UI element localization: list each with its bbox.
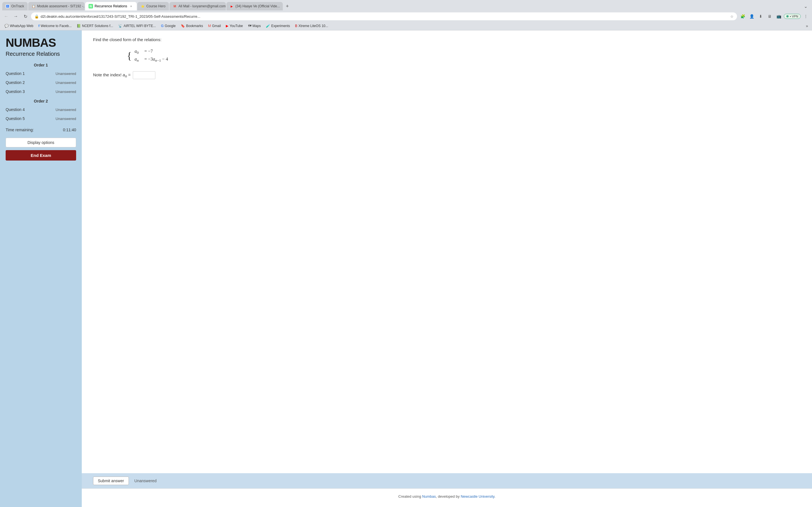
question1-status: Unanswered xyxy=(56,71,76,76)
tab-bar: 🅰 OnTrack 📋 Module assessment - SIT192 -… xyxy=(0,0,812,11)
bookmarks-more-button[interactable]: » xyxy=(804,23,810,29)
tab-label-recurrence: Recurrence Relations xyxy=(95,4,127,8)
answer-input[interactable] xyxy=(133,71,155,79)
submit-answer-button[interactable]: Submit answer xyxy=(93,476,129,485)
math-equations: a0 = −7 an = −3an−1 − 4 xyxy=(135,49,168,63)
sidebar-item-question2[interactable]: Question 2 Unanswered xyxy=(0,78,82,87)
question2-label: Question 2 xyxy=(6,80,25,85)
note-text: Note the index! an = xyxy=(93,72,131,78)
bookmark-whatsapp-label: WhatsApp Web xyxy=(10,24,33,28)
bookmark-maps-label: Maps xyxy=(253,24,261,28)
sidebar-item-question1[interactable]: Question 1 Unanswered xyxy=(0,69,82,78)
extensions-icon[interactable]: 🧩 xyxy=(739,12,747,20)
bookmark-maps[interactable]: 🗺 Maps xyxy=(246,23,263,29)
bookmarks-icon: 🔖 xyxy=(181,24,185,28)
bookmark-gmail-label: Gmail xyxy=(212,24,221,28)
question4-label: Question 4 xyxy=(6,107,25,112)
tab-favicon-gmail: M xyxy=(173,4,177,8)
tab-favicon-recurrence: N xyxy=(89,4,93,8)
bookmark-gmail[interactable]: M Gmail xyxy=(206,23,223,29)
youtube-icon: ▶ xyxy=(226,24,229,28)
tab-ontrack[interactable]: 🅰 OnTrack xyxy=(2,2,28,10)
tab-youtube[interactable]: ▶ (34) Haaye Ve (Official Vide... xyxy=(226,2,283,10)
profile-icon[interactable]: 👤 xyxy=(748,12,756,20)
time-remaining-value: 0:11:40 xyxy=(63,128,76,132)
bookmark-ncert[interactable]: 📗 NCERT Solutions f... xyxy=(74,23,115,29)
google-icon: G xyxy=(161,24,163,28)
gmail-icon: M xyxy=(208,24,211,28)
back-button[interactable]: ← xyxy=(2,12,10,20)
airtel-icon: 📡 xyxy=(118,24,122,28)
bookmark-ncert-label: NCERT Solutions f... xyxy=(82,24,113,28)
time-remaining-row: Time remaining: 0:11:40 xyxy=(0,123,82,135)
bookmark-whatsapp[interactable]: 💬 WhatsApp Web xyxy=(2,23,36,29)
sidebar-item-question3[interactable]: Question 3 Unanswered xyxy=(0,87,82,96)
xtreme-icon: B xyxy=(295,24,297,28)
footer-text-suffix: . xyxy=(495,494,496,499)
question3-label: Question 3 xyxy=(6,89,25,94)
question3-status: Unanswered xyxy=(56,90,76,94)
refresh-button[interactable]: ↻ xyxy=(21,12,29,20)
sidebar-buttons: Display options End Exam xyxy=(0,135,82,163)
vpn-dot xyxy=(786,15,789,17)
forward-button[interactable]: → xyxy=(12,12,20,20)
tab-module[interactable]: 📋 Module assessment - SIT192 -... xyxy=(28,2,85,10)
math-eq-a0: a0 = −7 xyxy=(135,49,168,55)
sidebar-header: NUMBAS Recurrence Relations xyxy=(0,31,82,60)
sidebar-title: Recurrence Relations xyxy=(6,51,76,57)
tab-close-recurrence[interactable]: × xyxy=(129,4,133,8)
bookmarks-bar: 💬 WhatsApp Web f Welcome to Faceb... 📗 N… xyxy=(0,22,812,31)
bookmark-google-label: Google xyxy=(165,24,175,28)
sidebar-item-question4[interactable]: Question 4 Unanswered xyxy=(0,105,82,114)
sidebar-section-order2: Order 2 xyxy=(0,96,82,105)
sidebar-item-question5[interactable]: Question 5 Unanswered xyxy=(0,114,82,123)
tab-label-ontrack: OnTrack xyxy=(11,4,24,8)
experiments-icon: 🧪 xyxy=(266,24,270,28)
bookmark-experiments-label: Experiments xyxy=(271,24,290,28)
math-an-label: an xyxy=(135,57,139,61)
bookmark-youtube[interactable]: ▶ YouTube xyxy=(223,23,245,29)
question1-label: Question 1 xyxy=(6,71,25,76)
bookmark-airtel[interactable]: 📡 AIRTEL WIFI BYTE... xyxy=(116,23,158,29)
ncert-icon: 📗 xyxy=(77,24,81,28)
cast-icon[interactable]: 📺 xyxy=(775,12,783,20)
menu-icon[interactable]: ⋮ xyxy=(802,12,810,20)
main-content: Find the closed form of the relations: {… xyxy=(82,31,812,507)
tab-add-button[interactable]: + xyxy=(283,2,291,10)
tab-coursehero[interactable]: ⭐ Course Hero xyxy=(137,2,169,10)
screen-icon[interactable]: 🖥 xyxy=(766,12,774,20)
vpn-badge[interactable]: • VPN xyxy=(784,14,801,19)
math-brace: { xyxy=(127,51,132,61)
footer-numbas-link[interactable]: Numbas xyxy=(422,494,436,499)
tab-favicon-coursehero: ⭐ xyxy=(141,4,145,8)
bookmark-bookmarks[interactable]: 🔖 Bookmarks xyxy=(179,23,205,29)
url-bar[interactable]: 🔒 d2l.deakin.edu.au/content/enforced/131… xyxy=(31,12,737,20)
bookmark-youtube-label: YouTube xyxy=(230,24,243,28)
bookmark-airtel-label: AIRTEL WIFI BYTE... xyxy=(123,24,156,28)
end-exam-button[interactable]: End Exam xyxy=(6,150,76,161)
math-a0-value: = −7 xyxy=(144,49,153,54)
sidebar: NUMBAS Recurrence Relations Order 1 Ques… xyxy=(0,31,82,507)
answer-bar: Submit answer Unanswered xyxy=(82,473,812,489)
lock-icon: 🔒 xyxy=(35,14,39,18)
bookmark-experiments[interactable]: 🧪 Experiments xyxy=(264,23,292,29)
download-icon[interactable]: ⬇ xyxy=(757,12,765,20)
bookmark-google[interactable]: G Google xyxy=(159,23,178,29)
address-bar: ← → ↻ 🔒 d2l.deakin.edu.au/content/enforc… xyxy=(0,11,812,22)
footer-university-link[interactable]: Newcastle University xyxy=(461,494,495,499)
math-eq-an: an = −3an−1 − 4 xyxy=(135,57,168,63)
answer-status-text: Unanswered xyxy=(135,478,157,483)
bookmark-bookmarks-label: Bookmarks xyxy=(186,24,203,28)
facebook-icon: f xyxy=(38,24,40,28)
tab-label-gmail: All Mail - luvyamen@gmail.com xyxy=(179,4,226,8)
display-options-button[interactable]: Display options xyxy=(6,138,76,147)
bookmark-facebook[interactable]: f Welcome to Faceb... xyxy=(36,23,74,29)
bookmark-xtreme[interactable]: B Xtreme LiteOS 10... xyxy=(293,23,331,29)
tab-favicon-youtube: ▶ xyxy=(230,4,234,8)
tab-gmail[interactable]: M All Mail - luvyamen@gmail.com xyxy=(169,2,226,10)
question5-label: Question 5 xyxy=(6,116,25,121)
tab-favicon-module: 📋 xyxy=(32,4,36,8)
tab-recurrence[interactable]: N Recurrence Relations × xyxy=(85,2,137,10)
footer-text-prefix: Created using xyxy=(398,494,422,499)
tab-menu-button[interactable]: ⌄ xyxy=(802,3,810,10)
